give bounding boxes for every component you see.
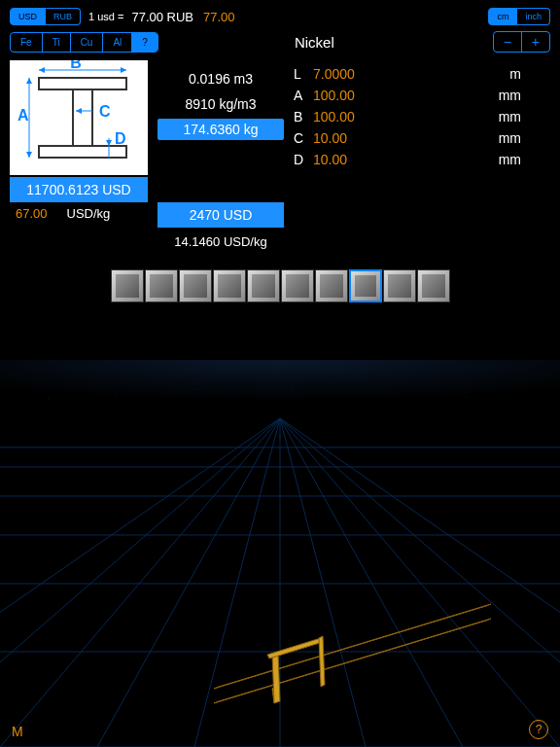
- svg-marker-43: [214, 604, 491, 689]
- shape-picker: [0, 269, 560, 302]
- svg-rect-17: [0, 360, 560, 418]
- tab-al[interactable]: Al: [103, 33, 132, 52]
- dim-input-B[interactable]: 100.00: [313, 109, 401, 124]
- currency-rub[interactable]: RUB: [46, 8, 81, 25]
- price-unit-left: USD/kg: [67, 206, 111, 221]
- currency-usd[interactable]: USD: [10, 8, 46, 25]
- svg-marker-9: [121, 67, 126, 73]
- dim-row-A: A 100.00 mm: [294, 88, 550, 103]
- svg-marker-46: [267, 638, 323, 658]
- svg-marker-4: [26, 78, 32, 84]
- svg-point-39: [292, 387, 293, 388]
- tab-ti[interactable]: Ti: [43, 33, 71, 52]
- cross-section-diagram: A B C D: [10, 60, 148, 175]
- beam-3d-model: [214, 562, 525, 708]
- unit-inch[interactable]: inch: [517, 8, 550, 25]
- svg-text:D: D: [115, 130, 126, 147]
- mass-value: 174.6360 kg: [158, 119, 284, 140]
- shape-option-3[interactable]: [213, 269, 246, 302]
- price-rate-left[interactable]: 67.00: [16, 206, 48, 221]
- shape-option-2[interactable]: [179, 269, 212, 302]
- density-value: 8910 kg/m3: [158, 93, 284, 115]
- svg-marker-13: [76, 108, 82, 114]
- shape-option-4[interactable]: [247, 269, 280, 302]
- price-total-left: 11700.6123 USD: [10, 177, 148, 202]
- volume-value: 0.0196 m3: [158, 68, 284, 89]
- unit-cm[interactable]: cm: [488, 8, 517, 25]
- rate-value: 77.00 RUB: [131, 10, 193, 24]
- shape-option-0[interactable]: [111, 269, 144, 302]
- svg-text:A: A: [18, 107, 29, 124]
- svg-point-41: [467, 397, 468, 398]
- shape-option-9[interactable]: [417, 269, 450, 302]
- dim-input-A[interactable]: 100.00: [313, 88, 401, 103]
- price-rate-right: 14.1460 USD/kg: [158, 231, 284, 252]
- dim-input-D[interactable]: 10.00: [313, 152, 401, 167]
- dim-input-L[interactable]: 7.0000: [313, 66, 401, 82]
- rate-label: 1 usd =: [88, 11, 123, 22]
- dim-row-C: C 10.00 mm: [294, 130, 550, 146]
- svg-point-36: [49, 399, 50, 400]
- tab-fe[interactable]: Fe: [11, 33, 43, 52]
- material-name: Nickel: [295, 34, 334, 51]
- shape-option-5[interactable]: [281, 269, 314, 302]
- svg-marker-47: [319, 636, 325, 687]
- dim-row-D: D 10.00 mm: [294, 152, 550, 167]
- plus-button[interactable]: +: [522, 32, 549, 52]
- dim-input-C[interactable]: 10.00: [313, 130, 401, 146]
- rate-converted: 77.00: [203, 10, 235, 24]
- svg-text:B: B: [70, 60, 82, 71]
- plus-minus-group: − +: [493, 31, 550, 53]
- help-button[interactable]: ?: [529, 720, 548, 739]
- material-tabs: Fe Ti Cu Al ?: [10, 32, 158, 53]
- menu-button[interactable]: M: [12, 724, 23, 739]
- dim-row-L: L 7.0000 m: [294, 66, 550, 82]
- svg-rect-1: [39, 146, 126, 158]
- currency-toggle: USD RUB: [10, 8, 81, 25]
- dim-row-B: B 100.00 mm: [294, 109, 550, 124]
- svg-rect-2: [73, 89, 92, 146]
- 3d-viewport[interactable]: [0, 360, 560, 747]
- shape-option-6[interactable]: [315, 269, 348, 302]
- svg-marker-45: [272, 653, 280, 703]
- svg-rect-0: [39, 78, 126, 89]
- tab-cu[interactable]: Cu: [71, 33, 104, 52]
- minus-button[interactable]: −: [494, 32, 522, 52]
- shape-option-7[interactable]: [349, 269, 382, 302]
- svg-point-38: [194, 389, 195, 390]
- tab-custom[interactable]: ?: [132, 33, 158, 52]
- svg-text:C: C: [99, 103, 111, 120]
- shape-option-1[interactable]: [145, 269, 178, 302]
- svg-marker-8: [39, 67, 45, 73]
- svg-point-40: [389, 391, 390, 392]
- shape-option-8[interactable]: [383, 269, 416, 302]
- dimensions-list: L 7.0000 m A 100.00 mm B 100.00 mm C 10.…: [294, 66, 550, 252]
- price-total-right: 2470 USD: [158, 202, 284, 228]
- svg-point-37: [117, 394, 118, 395]
- unit-toggle: cm inch: [488, 8, 550, 25]
- svg-marker-5: [26, 152, 32, 158]
- svg-marker-42: [214, 619, 491, 703]
